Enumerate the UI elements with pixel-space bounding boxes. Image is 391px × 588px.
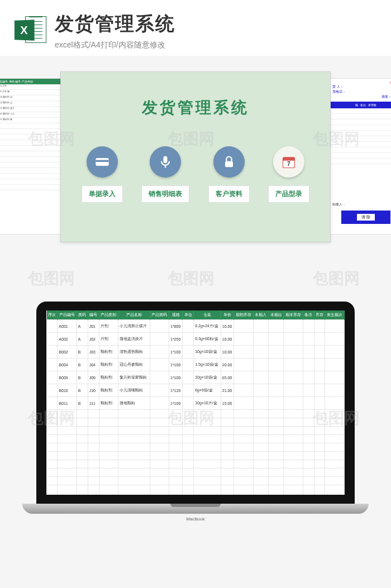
title-block: 发货管理系统 excel格式/A4打印/内容随意修改 [55,11,175,50]
table-cell: J11 [88,397,99,410]
table-cell [325,384,345,397]
table-cell: 65.00 [221,371,234,384]
table-cell [314,346,325,358]
table-cell: J02 [88,333,99,346]
table-header-cell: 产品简码 [150,310,169,320]
table-cell: 1*800 [169,320,183,333]
table-cell [183,371,194,384]
table-cell [325,371,345,384]
table-row: B009BJ09颗粒剂复方羚骨胶颗粒1*10010g×10袋/盒65.00 [47,371,345,384]
table-cell: 颗粒剂 [99,371,118,384]
table-header-cell: 规格 [169,310,183,320]
table-cell: J04 [88,358,99,371]
dashboard-title: 发货管理系统 [61,97,330,118]
table-cell: 0.2g×24片/盒 [194,320,221,333]
table-cell [234,333,254,346]
table-cell: 1*100 [169,397,183,410]
table-cell: J09 [88,371,99,384]
table-cell: B [77,346,88,358]
table-cell [284,371,303,384]
table-cell: J03 [88,346,99,358]
table-cell: 颗粒剂 [99,346,118,358]
table-cell: 1*100 [169,371,183,384]
table-cell [234,320,254,333]
table-cell: B011 [58,397,77,410]
table-row [47,443,345,452]
table-header-cell: 单位 [183,310,194,320]
menu-item-customer[interactable]: 客户资料 [208,146,250,203]
menu-item-product[interactable]: 7 产品型录 [268,146,309,203]
table-row: B010BJ10颗粒剂小儿清咽颗粒1*1206g×9袋/盒21.00 [47,384,345,397]
table-header-cell: 期初库存 [234,310,254,320]
table-header-cell: 备注 [303,310,314,320]
preview-area: 序次 产品编号 类码 编号 产品类别 A001 A J01 片剂 A002 A … [0,61,391,268]
table-cell: 片剂 [99,333,118,346]
table-cell: 20.00 [221,358,234,371]
mic-icon [150,146,181,178]
table-header-cell: 发生额次 [325,310,345,320]
table-cell [284,384,303,397]
summary-label: 摘要： [382,95,391,98]
table-cell [253,397,268,410]
table-cell: 10g×10片/盒 [194,397,221,410]
page-header: X 发货管理系统 excel格式/A4打印/内容随意修改 [0,0,391,56]
table-cell [268,358,283,371]
table-cell [314,397,325,410]
table-cell: A001 [58,320,77,333]
table-cell: 小儿清肺止咳片 [118,320,150,333]
table-cell [253,384,268,397]
laptop-base [22,504,369,514]
list-item: A001 A J01 片剂 [0,84,61,90]
table-cell [303,397,314,410]
table-row [47,418,345,427]
table-row [47,460,345,469]
table-cell [325,333,345,346]
table-cell: 10.00 [221,346,234,358]
table-cell: B [77,371,88,384]
table-cell [303,346,314,358]
table-cell [325,358,345,371]
table-cell: B002 [58,346,77,358]
table-cell [150,371,169,384]
svg-rect-2 [164,156,168,164]
table-cell: 冠心丹参颗粒 [118,358,150,371]
table-cell [47,371,58,384]
menu-item-sales[interactable]: 销售明细表 [141,146,189,203]
clear-button[interactable]: 清 除 [341,211,390,224]
table-header-cell: 本期出 [268,310,283,320]
table-cell: 21.00 [221,384,234,397]
right-table-header: 额 备注 库存数 [330,102,391,108]
page-subtitle: excel格式/A4打印/内容随意修改 [55,40,175,50]
table-row [47,427,345,435]
table-cell [284,346,303,358]
table-cell [268,371,283,384]
table-cell [150,333,169,346]
table-cell [284,333,303,346]
table-header-cell: 产品名称 [118,310,150,320]
card-icon [87,146,118,178]
laptop: 序次产品编号类码编号产品类别产品名称产品简码规格单位仓装单价期初库存本期入本期出… [36,302,355,514]
table-cell: 10g×10袋/盒 [194,371,221,384]
table-row [47,435,345,443]
table-header-cell: 序次 [47,310,58,320]
left-sheet-header: 序次 产品编号 类码 编号 产品类别 [0,79,61,84]
calendar-icon: 7 [273,146,304,178]
laptop-bezel: 序次产品编号类码编号产品类别产品名称产品简码规格单位仓装单价期初库存本期入本期出… [36,302,355,504]
table-row [47,410,345,418]
menu-item-entry[interactable]: 单据录入 [82,146,123,203]
phone-label: 系电话： [332,89,391,94]
table-header-cell: 单价 [221,310,234,320]
table-cell: 6g×9袋/盒 [194,384,221,397]
table-cell [253,333,268,346]
receiver-label: 货 人： [332,84,391,89]
table-cell [47,384,58,397]
list-item: B009 B J09 颗粒剂 复方 [0,107,61,112]
table-row: A002AJ02片剂蒲地蓝消炎片1*2500.3g×60粒/盒10.00 [47,333,345,346]
table-header-cell: 仓装 [194,310,221,320]
table-cell [253,358,268,371]
table-cell [47,346,58,358]
table-cell [314,371,325,384]
table-cell [325,397,345,410]
table-cell: 1*100 [169,346,183,358]
table-cell [268,397,283,410]
